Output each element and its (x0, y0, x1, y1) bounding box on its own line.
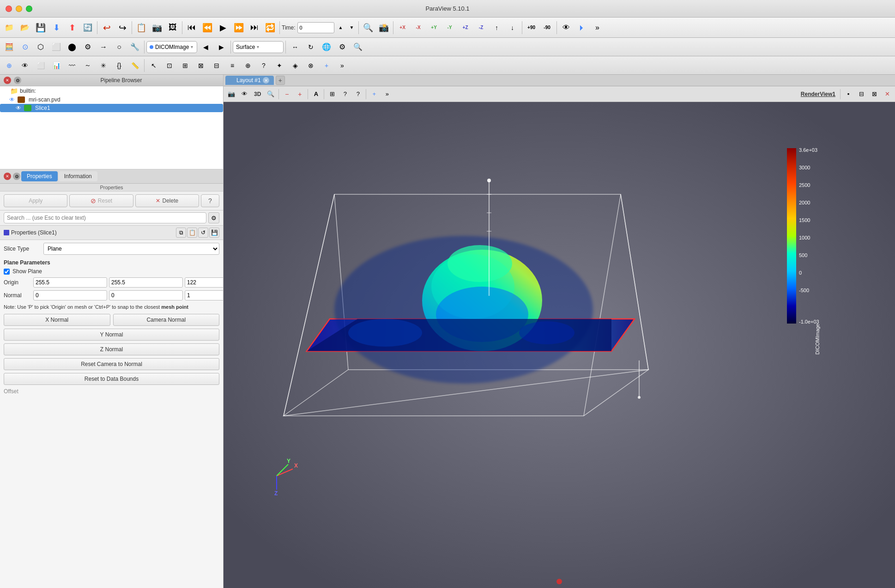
pipeline-item-builtin[interactable]: 📁 builtin: (0, 86, 223, 96)
show-plane-checkbox[interactable] (4, 269, 10, 275)
more2-button[interactable]: » (335, 58, 350, 73)
minus-x-button[interactable]: -X (411, 20, 426, 35)
save-button[interactable]: 💾 (33, 20, 48, 35)
viewport-3d[interactable]: X Y Z 3.6e+03 3000 2500 2000 1500 (224, 102, 895, 588)
orient-up[interactable]: ↑ (490, 20, 504, 35)
zoom2-button[interactable]: 🔍 (351, 40, 365, 54)
arrow-button[interactable]: → (96, 40, 111, 54)
vp-more-btn[interactable]: » (381, 88, 393, 100)
plus2-button[interactable]: + (319, 58, 334, 73)
select2-button[interactable]: ⊡ (162, 58, 177, 73)
select3-button[interactable]: ⊞ (178, 58, 193, 73)
x-normal-button[interactable]: X Normal (4, 314, 110, 326)
minimize-button[interactable] (16, 6, 22, 12)
maximize-button[interactable] (26, 6, 32, 12)
pipeline-item-slice1[interactable]: 👁 Slice1 (0, 104, 223, 112)
vp-eye-btn[interactable]: 👁 (238, 88, 250, 100)
vp-add-btn[interactable]: + (368, 88, 380, 100)
new-button[interactable]: 📁 (2, 20, 17, 35)
camera-normal-button[interactable]: Camera Normal (113, 314, 220, 326)
select4-button[interactable]: ⊠ (194, 58, 208, 73)
vp-layout1-btn[interactable]: ▪ (842, 88, 854, 100)
vp-orient-btn[interactable]: ⊞ (326, 88, 338, 100)
search-input[interactable] (4, 212, 206, 223)
select-button[interactable]: ↖ (146, 58, 161, 73)
settings2-button[interactable]: ⚙ (80, 40, 95, 54)
redo-button[interactable]: ↪ (115, 20, 130, 35)
select9-button[interactable]: ◈ (288, 58, 302, 73)
select5-button[interactable]: ⊟ (209, 58, 224, 73)
tab-information[interactable]: Information (59, 171, 97, 181)
copy-button[interactable]: 📋 (134, 20, 149, 35)
origin-z-input[interactable] (185, 277, 223, 288)
section-save-btn[interactable]: 💾 (209, 228, 219, 238)
props-close-btn[interactable]: ✕ (4, 173, 11, 180)
viewport-tab-layout1[interactable]: Layout #1 ✕ (225, 76, 274, 85)
open-button[interactable]: 📂 (18, 20, 32, 35)
source-dropdown[interactable]: DICOMImage ▾ (146, 41, 197, 53)
select7-button[interactable]: ⊕ (241, 58, 255, 73)
reset-button[interactable]: ⊘ Reset (69, 194, 133, 207)
source-left-arrow[interactable]: ◀ (198, 40, 213, 54)
interact-button[interactable]: ↔ (288, 40, 302, 54)
time-input[interactable] (297, 22, 334, 33)
extra-button[interactable]: » (590, 20, 605, 35)
apply-button[interactable]: Apply (4, 194, 67, 207)
camera2-button[interactable]: 📸 (376, 20, 391, 35)
more-button[interactable]: ⏵ (574, 20, 589, 35)
box2-button[interactable]: ⬜ (33, 58, 48, 73)
screenshot-button[interactable]: 🖼 (165, 20, 180, 35)
circle-button[interactable]: ○ (112, 40, 127, 54)
origin-x-input[interactable] (33, 277, 107, 288)
vp-camera-btn[interactable]: 📷 (225, 88, 237, 100)
filter-button[interactable]: ⊙ (18, 40, 32, 54)
select6-button[interactable]: ≡ (225, 58, 240, 73)
pipeline-item-mri[interactable]: 👁 mri-scan.pvd (0, 96, 223, 104)
ruler-button[interactable]: 📏 (127, 58, 142, 73)
vp-minus-btn[interactable]: − (281, 88, 293, 100)
reset-data-bounds-button[interactable]: Reset to Data Bounds (4, 373, 219, 385)
time-step-up[interactable]: ▲ (336, 20, 345, 35)
tab-properties[interactable]: Properties (21, 171, 58, 181)
pipeline-settings-btn[interactable]: ⚙ (14, 77, 21, 84)
prev-button[interactable]: ⏪ (200, 20, 215, 35)
vp-text-a-btn[interactable]: A (310, 88, 322, 100)
vp-close-view-btn[interactable]: ✕ (881, 88, 893, 100)
vp-help-btn[interactable]: ? (352, 88, 364, 100)
skip-end-button[interactable]: ⏭ (247, 20, 262, 35)
viewport-tab-close-btn[interactable]: ✕ (263, 77, 269, 84)
normal-z-input[interactable] (185, 290, 223, 300)
zoom-button[interactable]: 🔍 (361, 20, 375, 35)
eye-button[interactable]: 👁 (559, 20, 574, 35)
vp-query-btn[interactable]: ? (339, 88, 351, 100)
plus-z-button[interactable]: +Z (458, 20, 473, 35)
bar-chart-button[interactable]: 📊 (49, 58, 64, 73)
normal-y-input[interactable] (109, 290, 183, 300)
rotate-button[interactable]: ↻ (303, 40, 318, 54)
upload-button[interactable]: ⬆ (65, 20, 79, 35)
eye2-button[interactable]: 👁 (18, 58, 32, 73)
play-button[interactable]: ▶ (216, 20, 230, 35)
viewport-tab-add-btn[interactable]: + (276, 76, 285, 85)
globe-button[interactable]: 🌐 (319, 40, 334, 54)
select8-button[interactable]: ✦ (272, 58, 287, 73)
refresh-button[interactable]: 🔄 (80, 20, 95, 35)
vp-layout2-btn[interactable]: ⊟ (855, 88, 867, 100)
section-refresh-btn[interactable]: ↺ (198, 228, 208, 238)
skip-start-button[interactable]: ⏮ (184, 20, 199, 35)
orient-down[interactable]: ↓ (505, 20, 520, 35)
section-copy-btn[interactable]: ⧉ (176, 228, 186, 238)
brace-button[interactable]: {} (112, 58, 127, 73)
calc-button[interactable]: 🧮 (2, 40, 17, 54)
z-normal-button[interactable]: Z Normal (4, 343, 219, 355)
representation-dropdown[interactable]: Surface ▾ (233, 41, 284, 53)
rot-neg90[interactable]: -90 (540, 20, 555, 35)
help-button[interactable]: ? (201, 194, 219, 207)
pipeline-close-btn[interactable]: ✕ (4, 77, 11, 84)
loop-button[interactable]: 🔁 (263, 20, 278, 35)
y-normal-button[interactable]: Y Normal (4, 329, 219, 341)
cube-button[interactable]: ⬡ (33, 40, 48, 54)
origin-y-input[interactable] (109, 277, 183, 288)
source-right-arrow[interactable]: ▶ (214, 40, 229, 54)
vp-plus-btn[interactable]: + (294, 88, 306, 100)
